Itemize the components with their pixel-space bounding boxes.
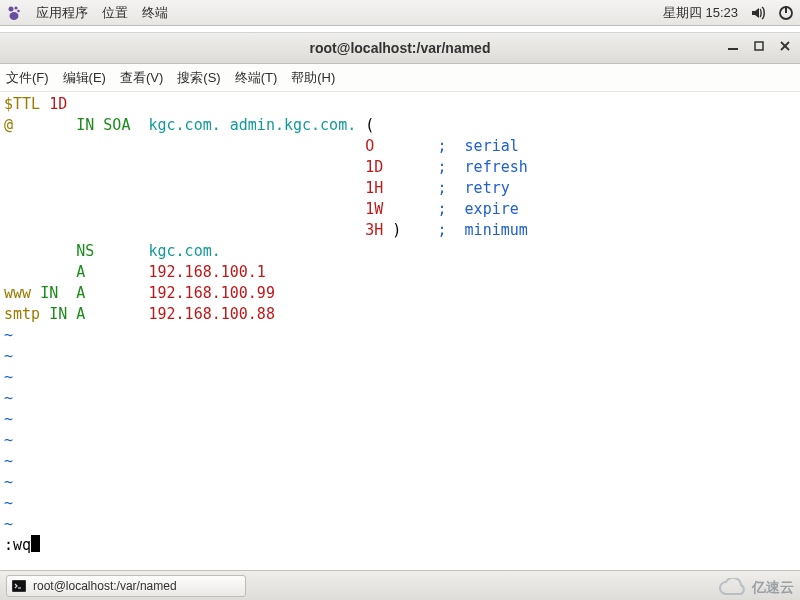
rrtype-soa: SOA xyxy=(103,116,130,134)
menu-help[interactable]: 帮助(H) xyxy=(291,69,335,87)
soa-retry-comment: retry xyxy=(465,179,510,197)
vim-tilde: ~ xyxy=(4,494,13,512)
cloud-icon xyxy=(718,578,748,598)
svg-rect-6 xyxy=(728,48,738,50)
ns-target: kgc.com. xyxy=(149,242,221,260)
close-button[interactable] xyxy=(776,37,794,55)
paren-close: ) xyxy=(392,221,401,239)
soa-expire: 1W xyxy=(365,200,383,218)
vim-tilde: ~ xyxy=(4,431,13,449)
vim-tilde: ~ xyxy=(4,473,13,491)
gnome-foot-icon xyxy=(6,5,22,21)
a-smtp-ip: 192.168.100.88 xyxy=(149,305,275,323)
soa-refresh: 1D xyxy=(365,158,383,176)
rrtype-a: A xyxy=(76,305,85,323)
vim-tilde: ~ xyxy=(4,389,13,407)
taskbar-entry-terminal[interactable]: root@localhost:/var/named xyxy=(6,575,246,597)
soa-minimum: 3H xyxy=(365,221,383,239)
soa-retry: 1H xyxy=(365,179,383,197)
watermark-text: 亿速云 xyxy=(752,579,794,597)
class-in: IN xyxy=(76,116,94,134)
rrtype-ns: NS xyxy=(76,242,94,260)
soa-mname: kgc.com. xyxy=(149,116,221,134)
ttl-directive: $TTL xyxy=(4,95,40,113)
paren-open: ( xyxy=(365,116,374,134)
svg-point-1 xyxy=(14,6,17,9)
volume-icon[interactable] xyxy=(750,5,766,21)
rrtype-a: A xyxy=(76,284,85,302)
semi: ; xyxy=(437,200,446,218)
minimize-button[interactable] xyxy=(724,37,742,55)
vim-command-line[interactable]: :wq xyxy=(4,535,40,556)
origin: @ xyxy=(4,116,13,134)
menu-file[interactable]: 文件(F) xyxy=(6,69,49,87)
class-in: IN xyxy=(49,305,67,323)
clock[interactable]: 星期四 15:23 xyxy=(663,4,738,22)
power-icon[interactable] xyxy=(778,5,794,21)
terminal-viewport[interactable]: $TTL 1D @ IN SOA kgc.com. admin.kgc.com.… xyxy=(0,92,800,560)
svg-point-0 xyxy=(9,6,14,11)
soa-serial: O xyxy=(365,137,374,155)
class-in: IN xyxy=(40,284,58,302)
rr-smtp-name: smtp xyxy=(4,305,40,323)
semi: ; xyxy=(437,158,446,176)
terminal-icon xyxy=(11,578,27,594)
vim-tilde: ~ xyxy=(4,452,13,470)
menu-view[interactable]: 查看(V) xyxy=(120,69,163,87)
menu-term[interactable]: 终端(T) xyxy=(235,69,278,87)
semi: ; xyxy=(437,221,446,239)
soa-refresh-comment: refresh xyxy=(465,158,528,176)
svg-rect-11 xyxy=(13,581,25,591)
vim-tilde: ~ xyxy=(4,347,13,365)
maximize-button[interactable] xyxy=(750,37,768,55)
menu-search[interactable]: 搜索(S) xyxy=(177,69,220,87)
a-www-ip: 192.168.100.99 xyxy=(149,284,275,302)
rr-www-name: www xyxy=(4,284,31,302)
vim-tilde: ~ xyxy=(4,410,13,428)
taskbar-entry-label: root@localhost:/var/named xyxy=(33,579,177,593)
svg-rect-7 xyxy=(755,42,763,50)
ttl-value: 1D xyxy=(49,95,67,113)
vim-tilde: ~ xyxy=(4,368,13,386)
gnome-top-panel: 应用程序 位置 终端 星期四 15:23 xyxy=(0,0,800,26)
soa-expire-comment: expire xyxy=(465,200,519,218)
soa-serial-comment: serial xyxy=(465,137,519,155)
window-titlebar[interactable]: root@localhost:/var/named xyxy=(0,32,800,64)
vim-cmd-text: :wq xyxy=(4,536,31,554)
menu-edit[interactable]: 编辑(E) xyxy=(63,69,106,87)
window-title: root@localhost:/var/named xyxy=(310,40,491,56)
terminal-menubar: 文件(F) 编辑(E) 查看(V) 搜索(S) 终端(T) 帮助(H) xyxy=(0,64,800,92)
menu-places[interactable]: 位置 xyxy=(102,4,128,22)
semi: ; xyxy=(437,179,446,197)
svg-point-3 xyxy=(10,12,19,20)
gnome-taskbar: root@localhost:/var/named 亿速云 xyxy=(0,570,800,600)
soa-minimum-comment: minimum xyxy=(465,221,528,239)
menu-applications[interactable]: 应用程序 xyxy=(36,4,88,22)
menu-terminal[interactable]: 终端 xyxy=(142,4,168,22)
a-root-ip: 192.168.100.1 xyxy=(149,263,266,281)
rrtype-a: A xyxy=(76,263,85,281)
cursor xyxy=(31,535,40,552)
svg-point-2 xyxy=(17,9,20,12)
vim-tilde: ~ xyxy=(4,326,13,344)
semi: ; xyxy=(437,137,446,155)
vim-tilde: ~ xyxy=(4,515,13,533)
soa-rname: admin.kgc.com. xyxy=(230,116,356,134)
watermark: 亿速云 xyxy=(718,578,794,598)
